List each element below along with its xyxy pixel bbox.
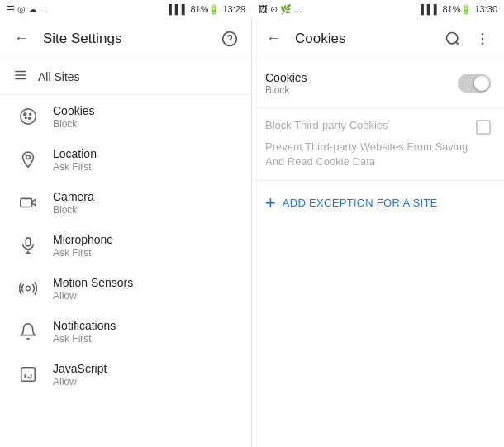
- right-top-bar: ← Cookies: [252, 18, 504, 59]
- add-exception-icon: +: [265, 193, 276, 214]
- camera-icon: [13, 193, 43, 212]
- settings-item-javascript[interactable]: JavaScript Allow: [0, 353, 251, 396]
- camera-text: Camera Block: [53, 190, 94, 216]
- left-status-bar: ☰ ◎ ☁ ... ▌▌▌ 81%🔋 13:29: [0, 0, 252, 18]
- add-exception-row[interactable]: + ADD EXCEPTION FOR A SITE: [252, 181, 504, 226]
- microphone-icon: [13, 236, 43, 254]
- right-panel-title: Cookies: [295, 31, 438, 47]
- left-panel: ← Site Settings All Sites: [0, 18, 252, 447]
- right-status-time-area: ▌▌▌ 81%🔋 13:30: [421, 4, 497, 15]
- cookies-toggle-switch[interactable]: [458, 74, 491, 93]
- add-exception-label: ADD EXCEPTION FOR A SITE: [283, 197, 438, 209]
- motion-sensors-text: Motion Sensors Allow: [53, 276, 133, 302]
- left-status-time: 13:29: [222, 4, 245, 14]
- microphone-subtitle: Ask First: [53, 247, 113, 259]
- motion-sensors-icon: [13, 279, 43, 297]
- left-status-battery: 81%🔋: [190, 4, 220, 15]
- right-status-signal: ▌▌▌: [421, 4, 440, 14]
- settings-item-cookies[interactable]: Cookies Block: [0, 95, 251, 138]
- left-status-signal: ▌▌▌: [169, 4, 188, 14]
- dual-status-bar: ☰ ◎ ☁ ... ▌▌▌ 81%🔋 13:29 🖼 ⊙ 🌿 ... ▌▌▌ 8…: [0, 0, 504, 18]
- svg-point-9: [30, 113, 31, 115]
- third-party-row: Block Third-party Cookies Prevent Third-…: [265, 118, 491, 170]
- svg-point-16: [26, 286, 31, 291]
- third-party-label1: Block Third-party Cookies: [265, 118, 469, 133]
- settings-item-motion-sensors[interactable]: Motion Sensors Allow: [0, 267, 251, 310]
- notifications-text: Notifications Ask First: [53, 319, 116, 345]
- svg-point-10: [26, 155, 31, 159]
- svg-point-21: [482, 37, 484, 40]
- third-party-text-block: Block Third-party Cookies Prevent Third-…: [265, 118, 469, 170]
- settings-item-microphone[interactable]: Microphone Ask First: [0, 224, 251, 267]
- settings-list: Cookies Block Location Ask First: [0, 95, 251, 447]
- settings-item-camera[interactable]: Camera Block: [0, 181, 251, 224]
- cookies-text: Cookies Block: [53, 104, 95, 130]
- third-party-label2: Prevent Third-party Websites From Saving…: [265, 140, 469, 169]
- cookies-toggle-row: Cookies Block: [252, 59, 504, 108]
- svg-point-7: [28, 117, 31, 119]
- left-back-button[interactable]: ←: [7, 24, 36, 54]
- location-text: Location Ask First: [53, 147, 97, 173]
- svg-rect-11: [21, 198, 32, 207]
- svg-rect-17: [21, 368, 36, 382]
- cookies-subtitle: Block: [53, 118, 95, 130]
- more-menu-button[interactable]: [468, 24, 497, 54]
- main-content: ← Site Settings All Sites: [0, 18, 504, 447]
- notifications-title: Notifications: [53, 319, 116, 332]
- right-status-icons-left-text: 🖼 ⊙ 🌿 ...: [259, 4, 302, 15]
- camera-title: Camera: [53, 190, 94, 203]
- right-status-battery: 81%🔋: [442, 4, 472, 15]
- right-status-bar: 🖼 ⊙ 🌿 ... ▌▌▌ 81%🔋 13:30: [252, 0, 504, 18]
- location-title: Location: [53, 147, 97, 160]
- right-back-button[interactable]: ←: [259, 24, 288, 54]
- svg-point-6: [24, 113, 26, 116]
- svg-point-5: [21, 109, 36, 124]
- location-icon: [13, 150, 43, 169]
- svg-line-19: [456, 41, 459, 45]
- right-status-icons-left: 🖼 ⊙ 🌿 ...: [259, 4, 302, 15]
- left-top-bar: ← Site Settings: [0, 18, 251, 59]
- left-status-time-area: ▌▌▌ 81%🔋 13:29: [169, 4, 245, 15]
- third-party-section: Block Third-party Cookies Prevent Third-…: [252, 108, 504, 181]
- motion-sensors-subtitle: Allow: [53, 290, 133, 302]
- toggle-knob: [474, 76, 489, 91]
- right-status-time: 13:30: [474, 4, 497, 14]
- javascript-subtitle: Allow: [53, 376, 107, 388]
- list-icon: [13, 68, 28, 86]
- left-status-icons-left-text: ☰ ◎ ☁ ...: [7, 4, 47, 15]
- location-subtitle: Ask First: [53, 161, 97, 173]
- left-status-icons-left: ☰ ◎ ☁ ...: [7, 4, 47, 15]
- search-button[interactable]: [438, 24, 468, 54]
- settings-item-location[interactable]: Location Ask First: [0, 138, 251, 181]
- cookies-title: Cookies: [53, 104, 95, 117]
- camera-subtitle: Block: [53, 204, 94, 216]
- motion-sensors-title: Motion Sensors: [53, 276, 133, 289]
- right-panel: ← Cookies Cookies Block: [252, 18, 504, 447]
- microphone-text: Microphone Ask First: [53, 233, 113, 259]
- left-panel-title: Site Settings: [43, 31, 215, 47]
- third-party-checkbox[interactable]: [476, 120, 491, 135]
- all-sites-header[interactable]: All Sites: [0, 59, 251, 95]
- settings-item-notifications[interactable]: Notifications Ask First: [0, 310, 251, 353]
- cookies-toggle-text: Cookies Block: [265, 71, 307, 96]
- cookies-toggle-label: Cookies: [265, 71, 307, 84]
- svg-point-18: [447, 32, 458, 43]
- javascript-icon: [13, 365, 43, 383]
- svg-point-20: [482, 32, 484, 35]
- left-back-icon: ←: [14, 30, 29, 47]
- bell-icon: [13, 322, 43, 340]
- svg-point-8: [25, 117, 26, 119]
- svg-point-22: [482, 42, 484, 45]
- cookies-icon: [13, 107, 43, 126]
- microphone-title: Microphone: [53, 233, 113, 246]
- all-sites-label: All Sites: [38, 70, 80, 83]
- notifications-subtitle: Ask First: [53, 333, 116, 345]
- help-button[interactable]: [215, 24, 245, 54]
- javascript-text: JavaScript Allow: [53, 362, 107, 388]
- cookies-toggle-sublabel: Block: [265, 84, 307, 96]
- javascript-title: JavaScript: [53, 362, 107, 375]
- svg-rect-13: [26, 238, 31, 246]
- right-back-icon: ←: [266, 30, 281, 47]
